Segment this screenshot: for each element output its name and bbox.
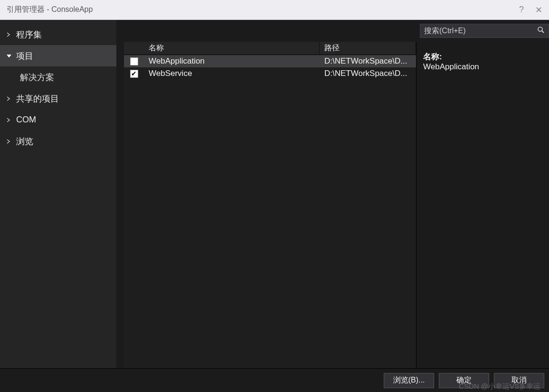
svg-point-0	[538, 27, 542, 31]
row-name: WebApplication	[144, 56, 320, 66]
ok-button[interactable]: 确定	[439, 373, 489, 388]
column-header-name[interactable]: 名称	[144, 42, 320, 55]
row-path: D:\NETWorkSpace\D...	[320, 69, 416, 78]
chevron-right-icon	[7, 139, 11, 144]
content-row: 名称 路径 WebApplication D:\NETWorkSpace\D..…	[116, 42, 549, 368]
search-icon[interactable]	[537, 26, 545, 36]
main-column: 名称 路径 WebApplication D:\NETWorkSpace\D..…	[116, 20, 549, 368]
sidebar-item-label: COM	[16, 115, 36, 125]
sidebar-item-projects[interactable]: 项目	[0, 45, 116, 66]
sidebar-item-label: 共享的项目	[16, 93, 59, 104]
titlebar-controls: ? ✕	[519, 5, 542, 15]
table-row[interactable]: WebApplication D:\NETWorkSpace\D...	[124, 55, 416, 67]
sidebar-item-assemblies[interactable]: 程序集	[0, 24, 116, 45]
checkbox-icon[interactable]	[130, 57, 138, 65]
projects-table: 名称 路径 WebApplication D:\NETWorkSpace\D..…	[124, 42, 416, 368]
sidebar-item-label: 程序集	[16, 29, 42, 40]
titlebar: 引用管理器 - ConsoleApp ? ✕	[0, 0, 549, 20]
sidebar-item-shared[interactable]: 共享的项目	[0, 88, 116, 109]
row-path: D:\NETWorkSpace\D...	[320, 56, 416, 66]
table-row[interactable]: WebService D:\NETWorkSpace\D...	[124, 67, 416, 80]
row-checkbox-cell[interactable]	[124, 57, 144, 65]
chevron-right-icon	[7, 96, 11, 101]
chevron-down-icon	[7, 54, 11, 58]
row-checkbox-cell[interactable]	[124, 70, 144, 78]
sidebar-item-label: 浏览	[16, 136, 33, 147]
footer: 浏览(B)... 确定 取消 CSDN @小幸运VS多幸运	[0, 368, 549, 392]
sidebar: 程序集 项目 解决方案 共享的项目 COM 浏览	[0, 20, 116, 368]
search-box[interactable]	[420, 24, 549, 38]
cancel-button[interactable]: 取消	[494, 373, 544, 388]
sidebar-subitem-solution[interactable]: 解决方案	[0, 66, 116, 88]
detail-pane: 名称: WebApplication	[416, 42, 549, 368]
help-icon[interactable]: ?	[519, 5, 524, 15]
window-title: 引用管理器 - ConsoleApp	[7, 5, 93, 15]
chevron-right-icon	[7, 118, 11, 122]
search-row	[116, 20, 549, 42]
browse-button[interactable]: 浏览(B)...	[384, 373, 434, 388]
search-input[interactable]	[424, 27, 537, 35]
column-header-check[interactable]	[124, 42, 144, 55]
table-header: 名称 路径	[124, 42, 416, 55]
sidebar-item-browse[interactable]: 浏览	[0, 131, 116, 152]
sidebar-subitem-label: 解决方案	[20, 72, 54, 83]
close-icon[interactable]: ✕	[535, 5, 542, 15]
checkbox-checked-icon[interactable]	[130, 70, 138, 78]
sidebar-item-label: 项目	[16, 50, 33, 62]
svg-line-1	[542, 31, 544, 33]
chevron-right-icon	[7, 32, 11, 37]
body: 程序集 项目 解决方案 共享的项目 COM 浏览	[0, 20, 549, 368]
row-name: WebService	[144, 69, 320, 78]
detail-label: 名称:	[423, 51, 542, 62]
sidebar-item-com[interactable]: COM	[0, 109, 116, 131]
detail-value: WebApplication	[423, 62, 542, 72]
column-header-path[interactable]: 路径	[320, 42, 416, 55]
